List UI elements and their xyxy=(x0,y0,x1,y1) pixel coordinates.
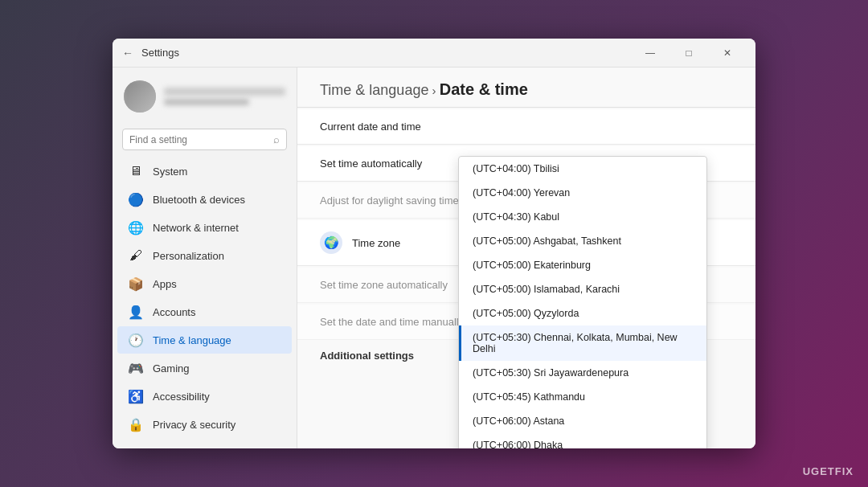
user-sub-blurred xyxy=(164,99,249,105)
avatar xyxy=(124,80,156,113)
timezone-option[interactable]: (UTC+06:00) Astana xyxy=(459,409,706,433)
bluetooth-icon: 🔵 xyxy=(129,192,143,207)
settings-window: ← Settings — □ ✕ ⌕ xyxy=(113,39,755,448)
nav-list: 🖥 System 🔵 Bluetooth & devices 🌐 Network… xyxy=(113,157,297,439)
sidebar-item-label: Accessibility xyxy=(153,391,210,403)
sidebar-item-time[interactable]: 🕐 Time & language xyxy=(117,326,292,354)
user-info xyxy=(164,88,285,105)
sidebar-item-accessibility[interactable]: ♿ Accessibility xyxy=(117,383,292,410)
close-button[interactable]: ✕ xyxy=(709,39,746,68)
sidebar: ⌕ 🖥 System 🔵 Bluetooth & devices 🌐 Netwo… xyxy=(113,68,297,448)
personalization-icon: 🖌 xyxy=(129,248,143,263)
page-header: Time & language › Date & time xyxy=(297,68,755,108)
sidebar-item-accounts[interactable]: 👤 Accounts xyxy=(117,298,292,325)
breadcrumb: Time & language › Date & time xyxy=(320,80,733,99)
time-icon: 🕐 xyxy=(129,333,143,347)
watermark: UGETFIX xyxy=(803,465,854,477)
titlebar: ← Settings — □ ✕ xyxy=(113,39,755,68)
timezone-option[interactable]: (UTC+05:00) Qyzylorda xyxy=(459,301,706,325)
timezone-option[interactable]: (UTC+05:45) Kathmandu xyxy=(459,385,706,409)
sidebar-item-network[interactable]: 🌐 Network & internet xyxy=(117,214,292,241)
timezone-option[interactable]: (UTC+05:30) Sri Jayawardenepura xyxy=(459,361,706,385)
sidebar-item-gaming[interactable]: 🎮 Gaming xyxy=(117,354,292,382)
sidebar-item-label: Accounts xyxy=(153,306,195,318)
timezone-option[interactable]: (UTC+05:30) Chennai, Kolkata, Mumbai, Ne… xyxy=(459,325,706,361)
sidebar-item-label: Time & language xyxy=(153,334,231,346)
timezone-option[interactable]: (UTC+05:00) Ashgabat, Tashkent xyxy=(459,229,706,253)
sidebar-item-label: Bluetooth & devices xyxy=(153,194,245,206)
window-controls: — □ ✕ xyxy=(632,39,746,68)
timezone-option[interactable]: (UTC+05:00) Islamabad, Karachi xyxy=(459,277,706,301)
search-icon: ⌕ xyxy=(273,133,280,145)
sidebar-item-label: Gaming xyxy=(153,362,190,374)
timezone-option[interactable]: (UTC+06:00) Dhaka xyxy=(459,433,706,448)
timezone-option[interactable]: (UTC+04:30) Kabul xyxy=(459,205,706,229)
timezone-option[interactable]: (UTC+04:00) Tbilisi xyxy=(459,157,706,181)
main-content: Time & language › Date & time Current da… xyxy=(297,68,755,448)
gaming-icon: 🎮 xyxy=(129,361,143,375)
sidebar-item-label: System xyxy=(153,166,187,178)
sidebar-item-apps[interactable]: 📦 Apps xyxy=(117,270,292,297)
back-button[interactable]: ← xyxy=(122,47,133,59)
setting-row-current-date[interactable]: Current date and time xyxy=(297,109,755,145)
minimize-button[interactable]: — xyxy=(632,39,669,68)
timezone-icon: 🌍 xyxy=(320,231,342,254)
system-icon: 🖥 xyxy=(129,164,143,178)
current-date-label: Current date and time xyxy=(320,121,733,133)
timezone-option[interactable]: (UTC+05:00) Ekaterinburg xyxy=(459,253,706,277)
breadcrumb-parent: Time & language xyxy=(320,82,428,98)
sidebar-item-label: Apps xyxy=(153,278,177,290)
window-content: ⌕ 🖥 System 🔵 Bluetooth & devices 🌐 Netwo… xyxy=(113,68,755,448)
accounts-icon: 👤 xyxy=(129,305,143,319)
timezone-dropdown[interactable]: (UTC+04:00) Tbilisi(UTC+04:00) Yerevan(U… xyxy=(458,156,707,448)
accessibility-icon: ♿ xyxy=(129,389,143,403)
sidebar-item-label: Personalization xyxy=(153,250,224,262)
sidebar-item-privacy[interactable]: 🔒 Privacy & security xyxy=(117,411,292,438)
search-input[interactable] xyxy=(129,134,268,145)
sidebar-item-personalization[interactable]: 🖌 Personalization xyxy=(117,242,292,269)
privacy-icon: 🔒 xyxy=(129,417,143,432)
sidebar-item-bluetooth[interactable]: 🔵 Bluetooth & devices xyxy=(117,186,292,213)
search-box[interactable]: ⌕ xyxy=(122,129,287,150)
breadcrumb-separator: › xyxy=(432,84,440,97)
timezone-option[interactable]: (UTC+04:00) Yerevan xyxy=(459,181,706,205)
user-profile[interactable] xyxy=(113,68,297,125)
breadcrumb-current: Date & time xyxy=(440,80,528,98)
page-body: Current date and timeSet time automatica… xyxy=(297,108,755,448)
sidebar-item-label: Network & internet xyxy=(153,222,239,234)
maximize-button[interactable]: □ xyxy=(670,39,707,68)
sidebar-item-system[interactable]: 🖥 System xyxy=(117,158,292,185)
user-name-blurred xyxy=(164,88,285,96)
window-title: Settings xyxy=(141,47,632,59)
network-icon: 🌐 xyxy=(129,220,143,235)
sidebar-item-label: Privacy & security xyxy=(153,419,235,431)
apps-icon: 📦 xyxy=(129,276,143,291)
